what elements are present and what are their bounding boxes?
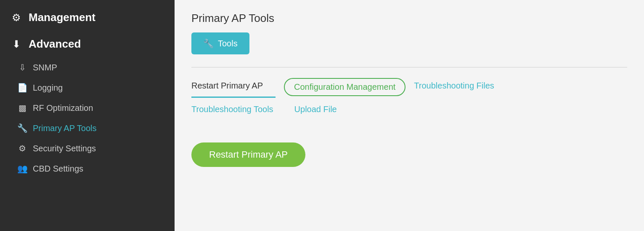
tab-label-upload-file: Upload File (294, 105, 337, 114)
sidebar-label-primary-ap-tools: Primary AP Tools (33, 124, 97, 133)
download-icon: ⬇ (10, 38, 23, 50)
sidebar-label-logging: Logging (33, 83, 63, 93)
puzzle-icon: ⚙ (10, 12, 23, 24)
logging-icon: 📄 (17, 83, 28, 93)
sidebar-item-security-settings[interactable]: ⚙ Security Settings (0, 138, 175, 158)
sidebar-label-security-settings: Security Settings (33, 144, 96, 153)
users-icon: 👥 (17, 164, 28, 174)
tools-button-label: Tools (218, 39, 238, 48)
wrench-icon: 🔧 (17, 123, 28, 133)
tab-label-restart-primary-ap: Restart Primary AP (191, 81, 263, 90)
snmp-icon: ⇩ (17, 62, 28, 73)
gear-icon: ⚙ (17, 143, 28, 153)
tab-upload-file[interactable]: Upload File (294, 99, 350, 121)
sidebar: ⚙ Management ⬇ Advanced ⇩ SNMP 📄 Logging… (0, 0, 175, 231)
sidebar-item-primary-ap-tools[interactable]: 🔧 Primary AP Tools (0, 118, 175, 138)
sidebar-label-cbd-settings: CBD Settings (33, 164, 83, 174)
tab-label-configuration-management: Configuration Management (294, 82, 395, 91)
tabs-row2: Troubleshooting Tools Upload File (191, 99, 627, 121)
tab-troubleshooting-tools[interactable]: Troubleshooting Tools (191, 99, 286, 121)
sidebar-label-snmp: SNMP (33, 63, 57, 73)
sidebar-item-management[interactable]: ⚙ Management (0, 4, 175, 31)
main-content: Primary AP Tools 🔧 Tools Restart Primary… (175, 0, 644, 231)
tab-label-troubleshooting-files: Troubleshooting Files (414, 81, 494, 90)
restart-primary-ap-button[interactable]: Restart Primary AP (191, 142, 305, 167)
tab-configuration-management[interactable]: Configuration Management (284, 78, 405, 96)
tools-wrench-icon: 🔧 (203, 38, 214, 48)
sidebar-item-rf-optimization[interactable]: ▩ RF Optimization (0, 98, 175, 118)
tabs-row1: Restart Primary AP Configuration Managem… (191, 76, 627, 98)
sidebar-item-logging[interactable]: 📄 Logging (0, 78, 175, 98)
sidebar-label-advanced: Advanced (29, 38, 81, 51)
tab-troubleshooting-files[interactable]: Troubleshooting Files (414, 76, 506, 98)
tools-button[interactable]: 🔧 Tools (191, 32, 249, 54)
sidebar-sub-menu: ⇩ SNMP 📄 Logging ▩ RF Optimization 🔧 Pri… (0, 57, 175, 179)
sidebar-item-snmp[interactable]: ⇩ SNMP (0, 57, 175, 78)
sidebar-item-advanced[interactable]: ⬇ Advanced (0, 31, 175, 57)
sidebar-label-rf: RF Optimization (33, 103, 93, 113)
sidebar-label-management: Management (29, 11, 95, 24)
divider (191, 67, 627, 67)
page-title: Primary AP Tools (191, 12, 627, 25)
tab-label-troubleshooting-tools: Troubleshooting Tools (191, 105, 273, 114)
tab-restart-primary-ap[interactable]: Restart Primary AP (191, 76, 276, 98)
restart-button-label: Restart Primary AP (209, 149, 288, 160)
sidebar-item-cbd-settings[interactable]: 👥 CBD Settings (0, 158, 175, 179)
rf-icon: ▩ (17, 103, 28, 113)
